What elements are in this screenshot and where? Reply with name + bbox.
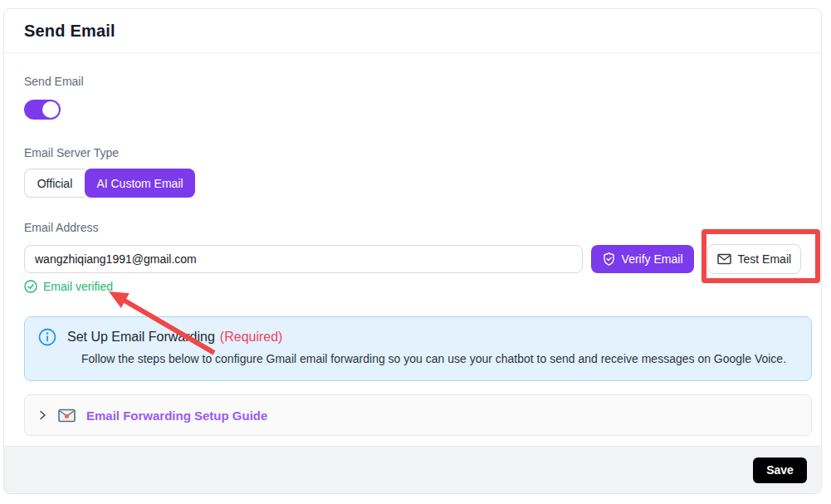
email-address-input[interactable]: [24, 245, 583, 273]
verify-email-button[interactable]: Verify Email: [591, 245, 693, 273]
email-envelope-icon: [58, 409, 76, 423]
email-verified-status: Email verified: [24, 280, 801, 293]
card-body: Send Email Email Server Type Official AI…: [4, 53, 821, 436]
page-title: Send Email: [24, 22, 115, 41]
test-email-button[interactable]: Test Email: [707, 244, 801, 274]
email-forwarding-info-box: Set Up Email Forwarding (Required) Follo…: [24, 316, 812, 381]
info-circle-icon: [38, 328, 56, 346]
envelope-icon: [717, 253, 731, 265]
info-box-title: Set Up Email Forwarding: [67, 330, 215, 345]
info-box-header: Set Up Email Forwarding (Required): [38, 328, 798, 346]
server-type-option-ai-custom[interactable]: AI Custom Email: [85, 169, 195, 198]
server-type-option-official[interactable]: Official: [24, 169, 85, 198]
send-email-settings-card: Send Email Send Email Email Server Type …: [3, 8, 822, 494]
server-type-label: Email Server Type: [24, 146, 801, 159]
send-email-toggle[interactable]: [24, 100, 61, 120]
card-footer: Save: [4, 446, 821, 493]
chevron-right-icon: [38, 410, 47, 420]
send-email-label: Send Email: [24, 75, 801, 88]
shield-check-icon: [603, 252, 615, 266]
email-forwarding-guide-collapse[interactable]: Email Forwarding Setup Guide: [24, 394, 812, 436]
email-address-label: Email Address: [24, 221, 801, 234]
server-type-segmented-control: Official AI Custom Email: [24, 169, 801, 198]
email-row: Verify Email Test Email: [24, 244, 801, 274]
check-circle-icon: [24, 280, 37, 293]
test-email-label: Test Email: [738, 252, 792, 266]
verify-email-label: Verify Email: [622, 252, 683, 266]
guide-panel-label: Email Forwarding Setup Guide: [86, 409, 267, 423]
card-header: Send Email: [4, 9, 821, 53]
info-box-description: Follow the steps below to configure Gmai…: [81, 352, 798, 365]
info-box-required-badge: (Required): [220, 330, 283, 345]
save-button[interactable]: Save: [753, 458, 807, 483]
toggle-knob: [42, 101, 59, 118]
email-verified-text: Email verified: [43, 280, 113, 293]
